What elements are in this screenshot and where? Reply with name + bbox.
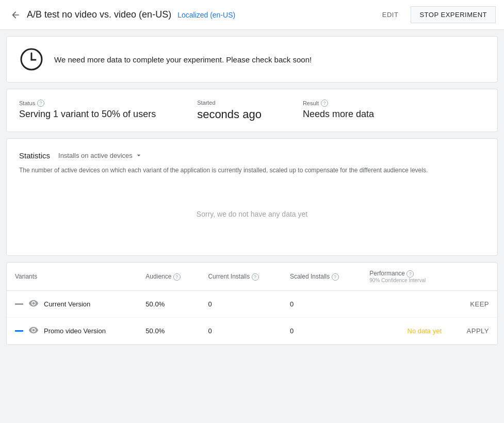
col-variants: Variants [7, 263, 137, 291]
status-item-status: Status ? Serving 1 variant to 50% of use… [19, 100, 156, 121]
apply-button[interactable]: APPLY [467, 327, 489, 335]
eye-icon[interactable] [28, 298, 39, 310]
stop-experiment-button[interactable]: STOP EXPERIMENT [411, 6, 496, 23]
performance-help-icon[interactable]: ? [407, 270, 414, 278]
result-label: Result ? [303, 100, 374, 107]
variant-action-cell: APPLY [450, 318, 497, 345]
variant-name-cell: Promo video Version [7, 318, 137, 345]
statistics-dropdown-label: Installs on active devices [58, 152, 133, 159]
variant-indicator-gray [15, 303, 23, 305]
statistics-header: Statistics Installs on active devices [19, 149, 485, 161]
variant-audience: 50.0% [137, 291, 200, 318]
statistics-dropdown[interactable]: Installs on active devices [54, 149, 147, 161]
col-action [450, 263, 497, 291]
status-item-started: Started seconds ago [197, 100, 262, 121]
status-help-icon[interactable]: ? [37, 100, 44, 107]
variant-scaled-installs: 0 [282, 291, 361, 318]
variant-current-installs: 0 [200, 318, 281, 345]
no-data-message: Sorry, we do not have any data yet [19, 183, 485, 245]
clock-icon [19, 47, 44, 72]
started-value: seconds ago [197, 108, 262, 121]
notice-banner: We need more data to complete your exper… [6, 36, 498, 83]
status-value: Serving 1 variant to 50% of users [19, 109, 156, 120]
variant-name-cell: Current Version [7, 291, 137, 318]
current-installs-help-icon[interactable]: ? [252, 273, 259, 281]
notice-text: We need more data to complete your exper… [54, 55, 312, 64]
result-value: Needs more data [303, 109, 374, 120]
statistics-section: Statistics Installs on active devices Th… [6, 138, 498, 256]
no-data-text: No data yet [408, 327, 442, 335]
scaled-installs-help-icon[interactable]: ? [332, 273, 339, 281]
table-header-row: Variants Audience ? Current Installs ? S… [7, 263, 497, 291]
table-row: Current Version 50.0% 0 0 KEEP [7, 291, 497, 318]
page-header: A/B test no video vs. video (en-US) Loca… [0, 0, 504, 30]
status-section: Status ? Serving 1 variant to 50% of use… [6, 89, 498, 132]
variants-table: Variants Audience ? Current Installs ? S… [7, 263, 497, 345]
variant-audience: 50.0% [137, 318, 200, 345]
performance-sub: 90% Confidence Interval [369, 278, 442, 283]
col-current-installs: Current Installs ? [200, 263, 281, 291]
started-label: Started [197, 100, 262, 106]
statistics-title: Statistics [19, 151, 50, 160]
header-actions: EDIT STOP EXPERIMENT [374, 6, 496, 23]
eye-icon[interactable] [28, 325, 39, 337]
status-label: Status ? [19, 100, 156, 107]
variant-indicator-blue [15, 330, 23, 332]
table-row: Promo video Version 50.0% 0 0 No data ye… [7, 318, 497, 345]
localization-tag: Localized (en-US) [177, 11, 235, 19]
col-audience: Audience ? [137, 263, 200, 291]
variant-scaled-installs: 0 [282, 318, 361, 345]
variant-performance: No data yet [361, 318, 450, 345]
edit-button[interactable]: EDIT [374, 7, 407, 23]
variant-performance [361, 291, 450, 318]
page-title: A/B test no video vs. video (en-US) [27, 9, 171, 20]
variants-section: Variants Audience ? Current Installs ? S… [6, 262, 498, 345]
chevron-down-icon [135, 151, 143, 159]
col-performance: Performance ? 90% Confidence Interval [361, 263, 450, 291]
audience-help-icon[interactable]: ? [173, 273, 181, 281]
status-item-result: Result ? Needs more data [303, 100, 374, 121]
result-help-icon[interactable]: ? [321, 100, 328, 107]
col-scaled-installs: Scaled Installs ? [282, 263, 361, 291]
keep-button[interactable]: KEEP [470, 300, 489, 308]
variant-action-cell: KEEP [450, 291, 497, 318]
statistics-description: The number of active devices on which ea… [19, 166, 485, 175]
back-button[interactable] [8, 8, 23, 22]
variant-name: Promo video Version [44, 327, 106, 335]
variant-current-installs: 0 [200, 291, 281, 318]
variant-name: Current Version [44, 300, 90, 308]
